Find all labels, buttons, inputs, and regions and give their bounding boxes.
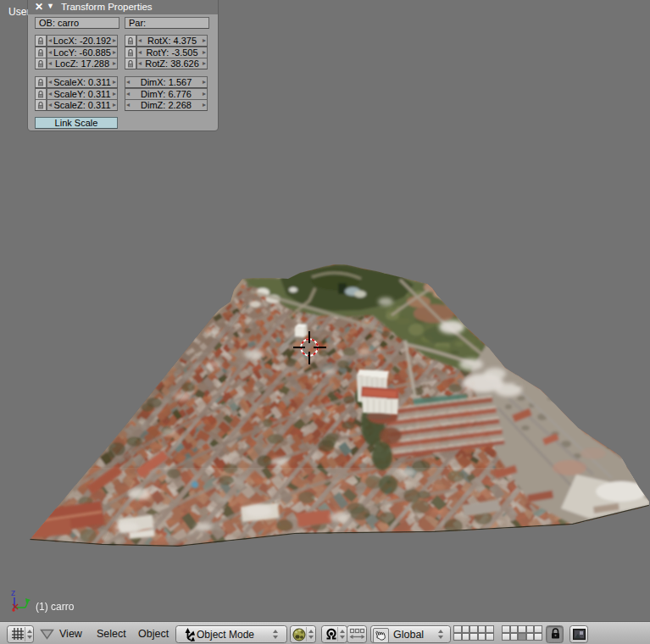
svg-text:z: z [11,587,16,597]
